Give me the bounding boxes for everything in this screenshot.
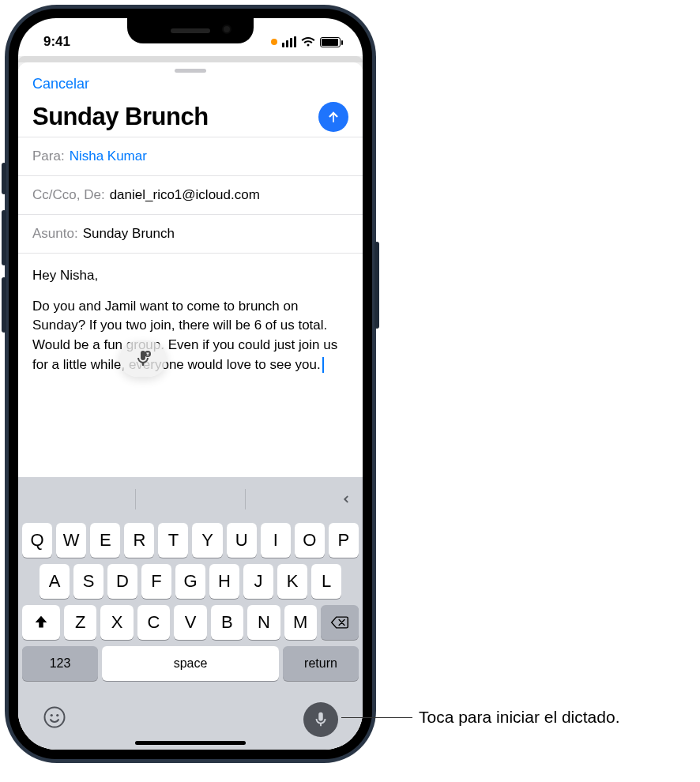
key-j[interactable]: J	[243, 564, 273, 599]
key-d[interactable]: D	[107, 564, 137, 599]
volume-up	[2, 210, 6, 265]
phone-frame: 9:41 Cancelar	[5, 5, 376, 763]
suggestion-1[interactable]	[25, 486, 135, 513]
subject-value: Sunday Brunch	[83, 226, 175, 242]
keyboard-row-1: Q W E R T Y U I O P	[22, 523, 359, 558]
silence-switch	[2, 163, 6, 194]
key-h[interactable]: H	[209, 564, 239, 599]
shift-icon	[32, 614, 50, 631]
send-button[interactable]	[318, 102, 348, 132]
svg-point-1	[45, 707, 65, 727]
emoji-icon	[43, 705, 66, 729]
key-n[interactable]: N	[247, 605, 280, 640]
collapse-suggestions-icon[interactable]	[338, 488, 354, 513]
text-cursor	[322, 357, 324, 373]
callout: Toca para iniciar el dictado.	[341, 708, 619, 727]
key-p[interactable]: P	[329, 523, 359, 558]
emoji-button[interactable]	[43, 705, 66, 735]
notch	[127, 18, 254, 43]
screen: 9:41 Cancelar	[18, 18, 363, 750]
status-time: 9:41	[43, 34, 70, 50]
keyboard-row-3: Z X C V B N M	[22, 605, 359, 640]
dictation-popover[interactable]	[119, 340, 167, 377]
message-body[interactable]: Hey Nisha, Do you and Jamil want to come…	[18, 253, 363, 477]
key-delete[interactable]	[321, 605, 359, 640]
from-value: daniel_rico1@icloud.com	[110, 187, 260, 203]
key-i[interactable]: I	[261, 523, 291, 558]
key-w[interactable]: W	[56, 523, 86, 558]
delete-icon	[330, 615, 349, 630]
key-e[interactable]: E	[90, 523, 120, 558]
subject-field[interactable]: Asunto: Sunday Brunch	[18, 214, 363, 253]
compose-title: Sunday Brunch	[32, 103, 209, 131]
side-button	[374, 242, 379, 329]
key-a[interactable]: A	[40, 564, 70, 599]
battery-icon	[320, 37, 341, 47]
key-c[interactable]: C	[137, 605, 170, 640]
key-z[interactable]: Z	[64, 605, 96, 640]
key-s[interactable]: S	[73, 564, 103, 599]
key-numbers[interactable]: 123	[22, 646, 98, 681]
sheet-grabber[interactable]	[175, 69, 206, 73]
suggestion-2[interactable]	[136, 486, 246, 513]
keyboard-row-2: A S D F G H J K L	[22, 564, 359, 599]
key-return[interactable]: return	[283, 646, 359, 681]
mic-icon	[312, 711, 329, 728]
subject-label: Asunto:	[32, 226, 78, 242]
key-v[interactable]: V	[174, 605, 206, 640]
body-greeting: Hey Nisha,	[32, 266, 348, 286]
callout-line	[341, 717, 412, 718]
key-g[interactable]: G	[175, 564, 205, 599]
key-k[interactable]: K	[277, 564, 307, 599]
key-y[interactable]: Y	[192, 523, 222, 558]
key-r[interactable]: R	[124, 523, 154, 558]
callout-text: Toca para iniciar el dictado.	[419, 708, 619, 727]
recording-indicator-icon	[271, 39, 277, 45]
arrow-up-icon	[326, 109, 341, 125]
cellular-icon	[282, 36, 296, 47]
key-space[interactable]: space	[102, 646, 279, 681]
body-paragraph: Do you and Jamil want to come to brunch …	[32, 299, 341, 372]
to-label: Para:	[32, 149, 65, 164]
key-l[interactable]: L	[311, 564, 341, 599]
svg-point-2	[51, 713, 53, 716]
key-t[interactable]: T	[158, 523, 188, 558]
compose-sheet: Cancelar Sunday Brunch Para: Nisha Kumar…	[18, 62, 363, 750]
cancel-button[interactable]: Cancelar	[32, 76, 89, 92]
key-shift[interactable]	[22, 605, 60, 640]
home-indicator[interactable]	[135, 741, 246, 745]
wifi-icon	[301, 36, 315, 47]
svg-point-3	[56, 713, 58, 716]
volume-down	[2, 277, 6, 333]
mic-stop-icon	[134, 349, 152, 368]
suggestion-bar	[22, 482, 359, 517]
key-f[interactable]: F	[141, 564, 171, 599]
cc-from-field[interactable]: Cc/Cco, De: daniel_rico1@icloud.com	[18, 175, 363, 214]
keyboard: Q W E R T Y U I O P A	[18, 477, 363, 750]
key-u[interactable]: U	[227, 523, 257, 558]
key-m[interactable]: M	[284, 605, 317, 640]
cc-label: Cc/Cco, De:	[32, 187, 105, 203]
to-recipient[interactable]: Nisha Kumar	[70, 149, 147, 164]
dictation-button[interactable]	[303, 702, 338, 737]
key-q[interactable]: Q	[22, 523, 52, 558]
to-field[interactable]: Para: Nisha Kumar	[18, 137, 363, 175]
key-b[interactable]: B	[211, 605, 243, 640]
key-x[interactable]: X	[100, 605, 133, 640]
key-o[interactable]: O	[295, 523, 325, 558]
keyboard-row-4: 123 space return	[22, 646, 359, 681]
